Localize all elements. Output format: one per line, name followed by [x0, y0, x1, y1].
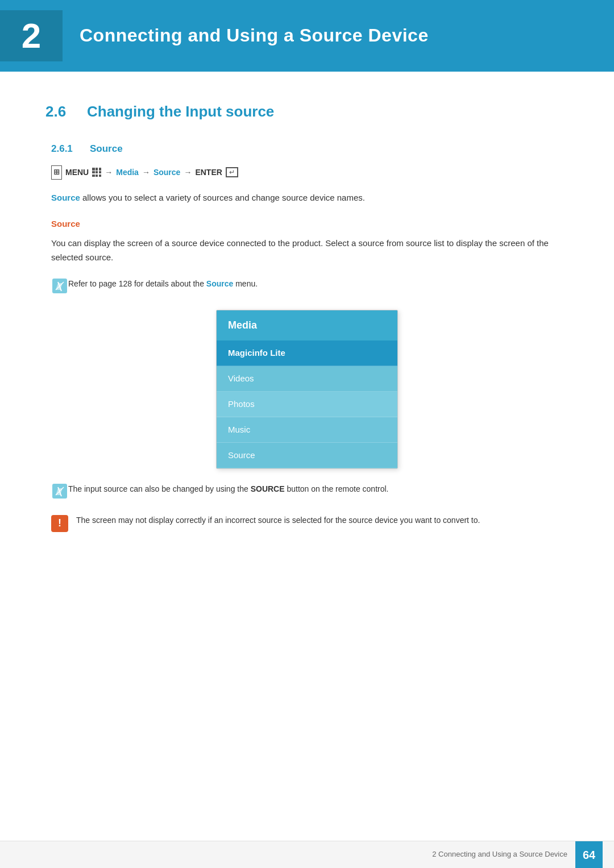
chapter-header: 2 Connecting and Using a Source Device: [0, 0, 614, 72]
menu-item-source: Source: [217, 443, 397, 468]
chapter-number: 2: [22, 7, 41, 64]
source-bold-1: Source: [51, 193, 80, 202]
note-2-bold: SOURCE: [251, 484, 285, 493]
note-1-bold: Source: [206, 279, 233, 288]
footer: 2 Connecting and Using a Source Device 6…: [0, 841, 614, 868]
arrow1: →: [105, 166, 113, 178]
chapter-number-box: 2: [0, 10, 63, 61]
note-2-suffix: button on the remote control.: [285, 484, 389, 493]
note-2: The input source can also be changed by …: [51, 483, 569, 504]
pencil-icon-2: [51, 483, 68, 504]
section-title: Changing the Input source: [87, 100, 274, 124]
note-3: ! The screen may not display correctly i…: [51, 514, 569, 532]
media-menu-header: Media: [217, 310, 397, 340]
note-2-text: The input source can also be changed by …: [68, 483, 388, 495]
footer-text: 2 Connecting and Using a Source Device: [432, 849, 567, 861]
media-menu: Media Magicinfo Lite Videos Photos Music…: [216, 310, 398, 469]
menu-device-icon: ⊞: [51, 165, 62, 180]
section-heading: 2.6 Changing the Input source: [45, 100, 569, 124]
body-text-1-rest: allows you to select a variety of source…: [82, 193, 365, 202]
note-1-suffix: menu.: [233, 279, 258, 288]
menu-item-music: Music: [217, 417, 397, 443]
chapter-title: Connecting and Using a Source Device: [80, 21, 429, 50]
note-1-text: Refer to page 128 for details about the …: [68, 277, 258, 290]
main-content: 2.6 Changing the Input source 2.6.1 Sour…: [0, 100, 614, 588]
warning-icon: !: [51, 515, 68, 532]
section-number: 2.6: [45, 100, 77, 124]
footer-page: 64: [575, 841, 603, 869]
body-text-1: Source allows you to select a variety of…: [51, 191, 569, 205]
pencil-icon: [51, 277, 68, 298]
menu-item-magicinfo: Magicinfo Lite: [217, 340, 397, 366]
body-text-2: You can display the screen of a source d…: [51, 236, 569, 265]
subsection-heading: 2.6.1 Source: [51, 141, 569, 156]
source-sublabel: Source: [51, 217, 569, 231]
note-2-prefix: The input source can also be changed by …: [68, 484, 251, 493]
note-3-text: The screen may not display correctly if …: [76, 514, 480, 526]
media-label: Media: [116, 166, 139, 178]
menu-item-photos: Photos: [217, 392, 397, 417]
grid-icon: [92, 168, 101, 177]
enter-label: ENTER: [195, 166, 222, 178]
menu-path: ⊞ MENU → Media → Source → ENTER ↵: [51, 165, 569, 180]
note-1: Refer to page 128 for details about the …: [51, 277, 569, 298]
subsection-number: 2.6.1: [51, 141, 81, 156]
source-path-label: Source: [154, 166, 180, 178]
menu-item-videos: Videos: [217, 366, 397, 392]
menu-label: MENU: [65, 166, 89, 178]
arrow2: →: [142, 166, 150, 178]
enter-icon: ↵: [226, 167, 238, 177]
note-1-prefix: Refer to page 128 for details about the: [68, 279, 206, 288]
media-menu-container: Media Magicinfo Lite Videos Photos Music…: [45, 310, 569, 469]
subsection-title: Source: [90, 141, 123, 156]
arrow3: →: [184, 166, 192, 178]
